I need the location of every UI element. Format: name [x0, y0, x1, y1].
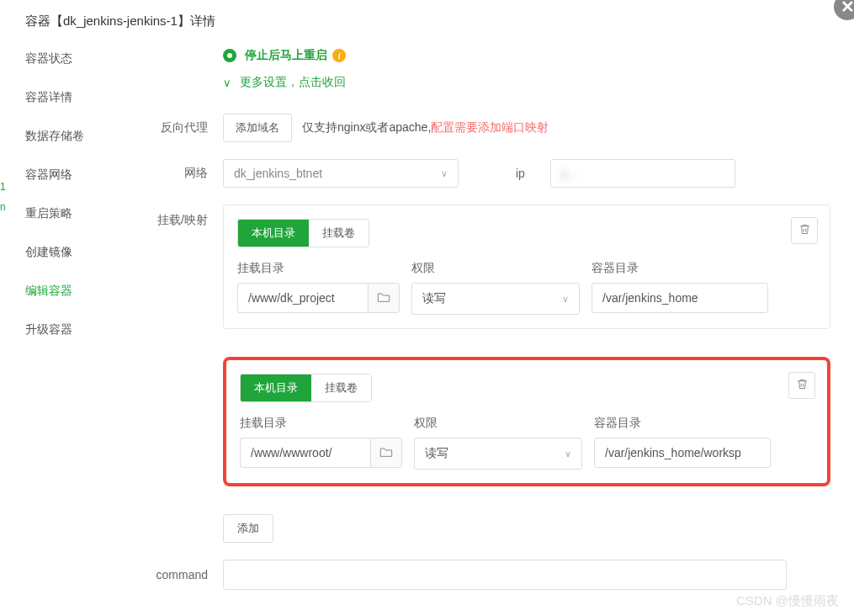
host-path-input[interactable] — [237, 283, 368, 313]
browse-folder-button[interactable] — [370, 438, 402, 468]
network-select[interactable]: dk_jenkins_btnet ∨ — [223, 159, 459, 188]
permission-select[interactable]: 读写 ∨ — [414, 438, 582, 470]
add-domain-button[interactable]: 添加域名 — [223, 114, 292, 142]
proxy-help-warn: 配置需要添加端口映射 — [431, 120, 549, 134]
close-icon: ✕ — [841, 0, 855, 17]
sidebar-item-upgrade[interactable]: 升级容器 — [10, 311, 130, 349]
container-dir-label: 容器目录 — [594, 416, 771, 431]
perm-value: 读写 — [425, 446, 448, 461]
sidebar-item-network[interactable]: 容器网络 — [10, 156, 130, 194]
delete-mount-button[interactable] — [788, 372, 815, 399]
perm-value: 读写 — [422, 291, 446, 306]
add-mount-button[interactable]: 添加 — [223, 514, 273, 543]
mount-dir-label: 挂载目录 — [237, 261, 400, 276]
mount-label: 挂载/映射 — [139, 204, 223, 342]
mount-tab-group: 本机目录 挂载卷 — [240, 374, 372, 402]
tab-local-dir[interactable]: 本机目录 — [241, 374, 311, 401]
container-path-input[interactable] — [591, 283, 768, 313]
chevron-down-icon: ∨ — [565, 449, 571, 459]
restart-option-label: 停止后马上重启 — [245, 48, 327, 63]
ip-value: 1... — [561, 167, 583, 180]
tab-volume[interactable]: 挂载卷 — [311, 374, 371, 401]
container-path-input[interactable] — [594, 438, 771, 468]
more-settings-toggle[interactable]: ∨ 更多设置，点击收回 — [139, 75, 830, 90]
sidebar-item-image[interactable]: 创建镜像 — [10, 233, 130, 272]
more-settings-label: 更多设置，点击收回 — [240, 75, 346, 90]
folder-icon — [377, 291, 390, 305]
tab-volume[interactable]: 挂载卷 — [309, 220, 369, 247]
command-label: command — [139, 568, 223, 581]
left-edge-hints: 1 n — [0, 177, 6, 217]
chevron-down-icon: ∨ — [562, 294, 569, 305]
sidebar-item-edit[interactable]: 编辑容器 — [10, 272, 130, 311]
radio-icon — [223, 49, 236, 62]
sidebar-item-volumes[interactable]: 数据存储卷 — [10, 117, 130, 156]
restart-option[interactable]: 停止后马上重启 i — [139, 48, 830, 63]
trash-icon — [798, 223, 811, 238]
folder-icon — [379, 446, 393, 460]
modal-title: 容器【dk_jenkins-jenkins-1】详情 — [0, 0, 854, 40]
sidebar-item-status[interactable]: 容器状态 — [10, 40, 130, 78]
permission-select[interactable]: 读写 ∨ — [411, 283, 580, 315]
proxy-help-text: 仅支持nginx或者apache, — [302, 120, 431, 134]
sidebar-item-details[interactable]: 容器详情 — [10, 78, 130, 117]
ip-label: ip — [516, 167, 525, 180]
perm-label: 权限 — [411, 261, 580, 276]
info-icon[interactable]: i — [332, 49, 346, 62]
ip-input[interactable]: 1... — [550, 159, 735, 188]
proxy-label: 反向代理 — [139, 120, 223, 135]
chevron-down-icon: ∨ — [441, 168, 448, 179]
network-label: 网络 — [139, 166, 223, 181]
container-dir-label: 容器目录 — [591, 261, 768, 276]
watermark: CSDN @慢慢雨夜 — [736, 593, 839, 609]
mount-card: 本机目录 挂载卷 挂载目录 — [223, 204, 830, 329]
browse-folder-button[interactable] — [368, 283, 400, 313]
host-path-input[interactable] — [240, 438, 370, 468]
trash-icon — [796, 378, 809, 393]
mount-dir-label: 挂载目录 — [240, 416, 402, 431]
perm-label: 权限 — [414, 416, 582, 431]
mount-tab-group: 本机目录 挂载卷 — [237, 219, 369, 247]
network-select-value: dk_jenkins_btnet — [234, 167, 322, 180]
tab-local-dir[interactable]: 本机目录 — [238, 220, 309, 247]
sidebar: 容器状态 容器详情 数据存储卷 容器网络 重启策略 创建镜像 编辑容器 升级容器 — [0, 40, 130, 613]
delete-mount-button[interactable] — [791, 217, 818, 244]
sidebar-item-restart[interactable]: 重启策略 — [10, 194, 130, 233]
command-input[interactable] — [223, 560, 787, 590]
chevron-down-icon: ∨ — [223, 77, 231, 89]
mount-card-highlighted: 本机目录 挂载卷 挂载目录 — [223, 357, 830, 486]
